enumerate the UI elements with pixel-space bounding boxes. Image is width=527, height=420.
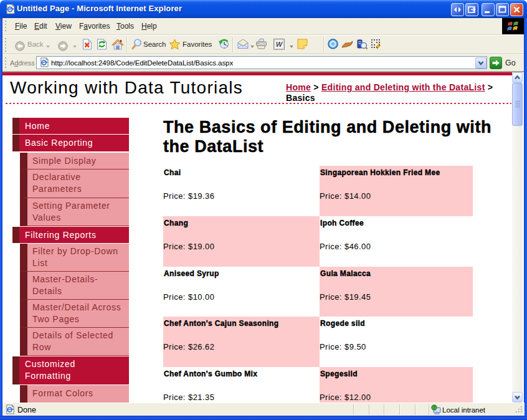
svg-text:W: W [276,41,283,48]
